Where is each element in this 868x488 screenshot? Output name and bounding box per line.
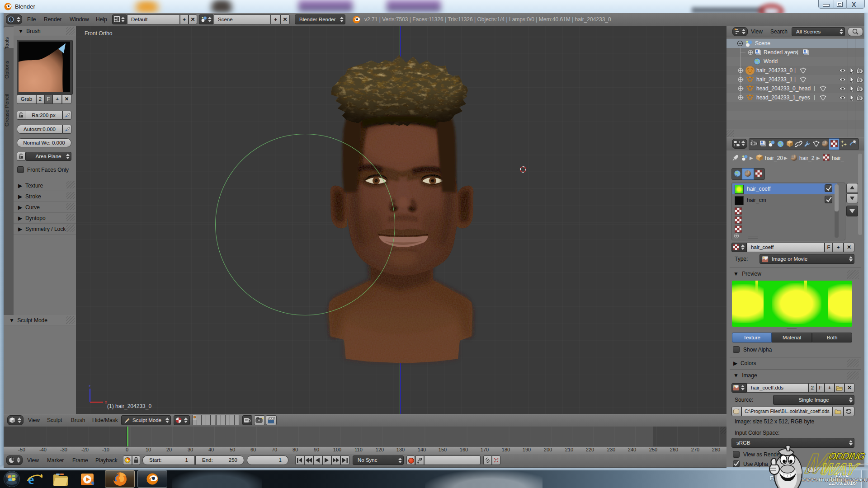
svg-text:www.moddingway.com: www.moddingway.com	[801, 475, 868, 483]
svg-text:z: z	[89, 384, 91, 388]
